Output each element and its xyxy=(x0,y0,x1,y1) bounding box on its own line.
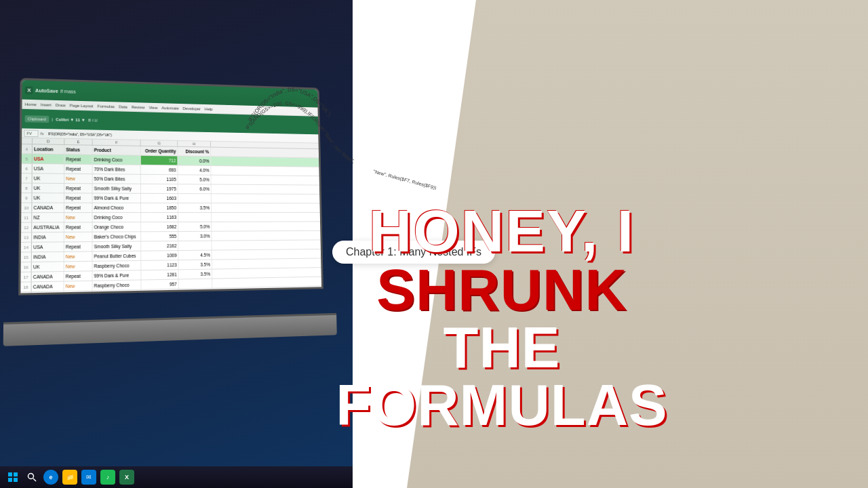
excel-taskbar-icon[interactable]: X xyxy=(119,470,134,485)
menu-data[interactable]: Data xyxy=(119,104,127,108)
cell-discount-5[interactable]: 0.0% xyxy=(178,157,211,165)
cell-product-16[interactable]: Raspberry Choco xyxy=(93,261,142,270)
menu-draw[interactable]: Draw xyxy=(56,102,66,106)
menu-review[interactable]: Review xyxy=(132,105,145,109)
mail-icon[interactable]: ✉ xyxy=(81,470,96,485)
cell-location-10[interactable]: CANADA xyxy=(32,203,64,212)
table-row[interactable]: 10 CANADA Repeat Almond Choco 1850 3.5% xyxy=(21,203,319,214)
cell-qty-10[interactable]: 1850 xyxy=(141,203,178,212)
formula-content: IFS(OR(D5="India", D5="USA",D5="UK") xyxy=(48,131,112,137)
cell-location-7[interactable]: UK xyxy=(33,174,64,183)
cell-product-6[interactable]: 70% Dark Bites xyxy=(93,165,141,174)
cell-product-17[interactable]: 99% Dark & Pure xyxy=(92,270,141,281)
cell-qty-12[interactable]: 1682 xyxy=(141,222,178,231)
cell-status-5[interactable]: Repeat xyxy=(64,155,92,164)
cell-product-10[interactable]: Almond Choco xyxy=(93,203,141,212)
cell-qty-6[interactable]: 693 xyxy=(141,165,178,175)
cell-location-19[interactable]: AUSTRALIA xyxy=(31,291,64,293)
windows-start-icon[interactable] xyxy=(5,470,20,485)
cell-discount-10[interactable]: 3.5% xyxy=(178,203,212,212)
cell-product-13[interactable]: Baker's Choco Chips xyxy=(93,232,142,241)
cell-discount-11[interactable] xyxy=(178,213,212,222)
cell-location-18[interactable]: CANADA xyxy=(32,282,64,292)
cell-status-16[interactable]: New xyxy=(64,262,93,271)
ribbon-bold[interactable]: B I U xyxy=(88,118,98,122)
cell-status-15[interactable]: New xyxy=(64,251,93,261)
table-row[interactable]: 9 UK Repeat 99% Dark & Pure 1603 xyxy=(21,193,319,203)
cell-discount-13[interactable]: 3.0% xyxy=(178,232,212,241)
menu-insert[interactable]: Insert xyxy=(41,102,52,106)
cell-discount-16[interactable]: 3.5% xyxy=(179,260,212,270)
cell-location-16[interactable]: UK xyxy=(32,262,64,271)
cell-product-5[interactable]: Drinking Coco xyxy=(93,155,141,165)
cell-qty-16[interactable]: 1123 xyxy=(141,260,178,270)
cell-location-12[interactable]: AUSTRALIA xyxy=(32,223,64,232)
browser-icon[interactable]: e xyxy=(43,470,58,485)
cell-qty-15[interactable]: 1009 xyxy=(141,251,178,260)
cell-discount-17[interactable]: 3.5% xyxy=(179,270,212,279)
cell-location-17[interactable]: CANADA xyxy=(32,272,64,281)
cell-location-15[interactable]: INDIA xyxy=(32,252,64,262)
cell-status-14[interactable]: Repeat xyxy=(64,242,93,251)
cell-status-13[interactable]: New xyxy=(64,232,93,242)
cell-qty-9[interactable]: 1603 xyxy=(141,194,178,203)
cell-qty-18[interactable]: 957 xyxy=(141,279,178,289)
menu-developer[interactable]: Developer xyxy=(182,106,201,111)
cell-qty-14[interactable]: 2162 xyxy=(141,241,178,251)
cell-product-9[interactable]: 99% Dark & Pure xyxy=(93,194,141,203)
cell-status-12[interactable]: Repeat xyxy=(64,222,93,232)
cell-discount-8[interactable]: 6.0% xyxy=(178,184,212,193)
cell-location-11[interactable]: NZ xyxy=(32,213,64,222)
cell-qty-11[interactable]: 1163 xyxy=(141,213,178,222)
cell-qty-13[interactable]: 555 xyxy=(141,232,178,241)
cell-product-15[interactable]: Peanut Butter Cubes xyxy=(93,251,142,261)
cell-status-10[interactable]: Repeat xyxy=(64,203,93,212)
cell-qty-17[interactable]: 1281 xyxy=(141,270,178,279)
cell-status-11[interactable]: New xyxy=(64,213,93,222)
table-row[interactable]: 11 NZ New Drinking Coco 1163 xyxy=(21,213,320,223)
cell-location-14[interactable]: USA xyxy=(32,242,64,251)
row-num-5: 5 xyxy=(22,154,33,163)
search-taskbar-icon[interactable] xyxy=(24,470,39,485)
cell-product-14[interactable]: Smooth Silky Salty xyxy=(93,241,142,251)
cell-discount-9[interactable] xyxy=(178,194,212,203)
cell-ref[interactable]: FV xyxy=(24,129,38,137)
files-icon[interactable]: 📁 xyxy=(62,470,77,485)
cell-product-19[interactable] xyxy=(92,290,141,293)
music-icon[interactable]: ♪ xyxy=(100,470,115,485)
cell-discount-6[interactable]: 4.0% xyxy=(178,165,211,174)
cell-status-7[interactable]: New xyxy=(64,174,93,184)
cell-discount-7[interactable]: 5.0% xyxy=(178,175,212,184)
cell-product-12[interactable]: Orange Choco xyxy=(93,222,142,232)
cell-discount-12[interactable]: 5.0% xyxy=(178,222,212,231)
cell-product-7[interactable]: 50% Dark Bites xyxy=(93,174,141,184)
menu-pagelayout[interactable]: Page Layout xyxy=(70,103,94,108)
cell-discount-14[interactable] xyxy=(178,241,212,250)
cell-status-8[interactable]: Repeat xyxy=(64,184,93,192)
cell-location-9[interactable]: UK xyxy=(32,193,64,203)
cell-location-8[interactable]: UK xyxy=(33,184,65,193)
cell-location-6[interactable]: USA xyxy=(33,164,64,174)
cell-qty-5[interactable]: 712 xyxy=(141,156,178,165)
cell-product-11[interactable]: Drinking Coco xyxy=(93,213,142,222)
menu-view[interactable]: View xyxy=(149,105,158,109)
cell-qty-8[interactable]: 1975 xyxy=(141,184,178,193)
cell-qty-19[interactable]: 1578 xyxy=(141,289,178,293)
cell-status-19[interactable]: New xyxy=(64,291,92,293)
cell-discount-19[interactable] xyxy=(179,289,213,293)
menu-help[interactable]: Help xyxy=(205,106,213,110)
cell-location-13[interactable]: INDIA xyxy=(32,232,64,242)
cell-location-5[interactable]: USA xyxy=(33,155,64,164)
cell-qty-7[interactable]: 1105 xyxy=(141,175,178,184)
cell-discount-15[interactable]: 4.5% xyxy=(178,251,212,260)
cell-product-18[interactable]: Raspberry Choco xyxy=(92,280,141,290)
cell-status-18[interactable]: New xyxy=(64,281,93,291)
cell-status-17[interactable]: Repeat xyxy=(64,271,93,281)
cell-product-8[interactable]: Smooth Silky Salty xyxy=(93,184,141,193)
cell-status-9[interactable]: Repeat xyxy=(64,193,93,202)
cell-discount-18[interactable] xyxy=(179,279,212,289)
menu-automate[interactable]: Automate xyxy=(161,106,178,110)
menu-formulas[interactable]: Formulas xyxy=(98,104,115,108)
cell-status-6[interactable]: Repeat xyxy=(64,164,93,174)
menu-home[interactable]: Home xyxy=(25,102,37,106)
